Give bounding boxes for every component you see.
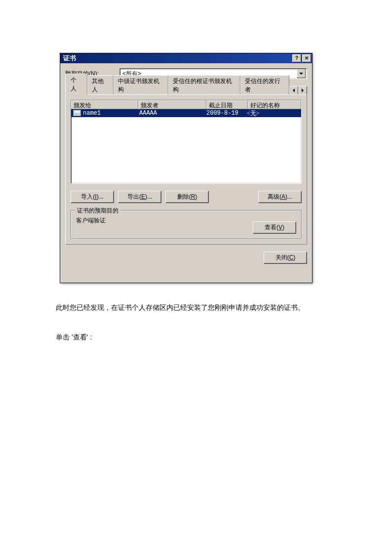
export-button[interactable]: 导出(E)... — [118, 191, 161, 203]
certificates-dialog: 证书 ? ✕ 预期目的(N): <所有> 个人 其他人 中级证书颁发机构 受信任… — [60, 53, 313, 283]
titlebar[interactable]: 证书 ? ✕ — [60, 53, 312, 63]
import-button[interactable]: 导入(I)... — [71, 191, 114, 203]
cell-issued-to: name1 — [71, 110, 137, 117]
list-header: 颁发给 颁发者 截止日期 好记的名称 — [71, 100, 301, 109]
tab-trusted-publishers[interactable]: 受信任的发行者 — [240, 75, 289, 95]
tab-other-people[interactable]: 其他人 — [87, 75, 114, 95]
close-button[interactable]: 关闭(C) — [264, 252, 307, 264]
help-button[interactable]: ? — [292, 54, 301, 62]
groupbox-title: 证书的预期目的 — [75, 207, 120, 215]
col-issued-to[interactable]: 颁发给 — [71, 100, 138, 109]
delete-button[interactable]: 删除(R) — [165, 191, 209, 203]
tab-scroll-right[interactable] — [298, 86, 307, 95]
cell-issued-by: AAAAA — [137, 110, 204, 117]
chevron-down-icon[interactable] — [297, 69, 306, 78]
col-friendly[interactable]: 好记的名称 — [248, 100, 301, 109]
tab-strip: 个人 其他人 中级证书颁发机构 受信任的根证书颁发机构 受信任的发行者 — [65, 84, 307, 95]
certificate-icon — [73, 110, 81, 116]
cell-friendly: <无> — [245, 109, 301, 118]
doc-paragraph-2: 单击 '查看' : — [56, 333, 92, 342]
tab-intermediate-ca[interactable]: 中级证书颁发机构 — [114, 75, 168, 95]
certificate-list[interactable]: 颁发给 颁发者 截止日期 好记的名称 name1 AAAAA 2009-8-19 — [71, 100, 302, 184]
col-expiry[interactable]: 截止日期 — [206, 100, 248, 109]
tab-panel: 颁发给 颁发者 截止日期 好记的名称 name1 AAAAA 2009-8-19 — [65, 94, 307, 245]
tab-personal[interactable]: 个人 — [65, 74, 87, 95]
advanced-button[interactable]: 高级(A)... — [258, 191, 302, 203]
col-issued-by[interactable]: 颁发者 — [138, 100, 206, 109]
doc-paragraph-1: 此时您已经发现，在证书个人存储区内已经安装了您刚刚申请并成功安装的证书。 — [56, 303, 305, 312]
tab-trusted-root-ca[interactable]: 受信任的根证书颁发机构 — [168, 75, 240, 95]
purpose-groupbox: 证书的预期目的 客户端验证 查看(V) — [71, 210, 302, 239]
close-icon[interactable]: ✕ — [302, 54, 311, 62]
view-button[interactable]: 查看(V) — [253, 221, 296, 234]
tab-scroll-left[interactable] — [289, 86, 298, 95]
purpose-text: 客户端验证 — [76, 216, 253, 225]
cell-expiry: 2009-8-19 — [204, 110, 245, 117]
window-title: 证书 — [61, 54, 291, 63]
table-row[interactable]: name1 AAAAA 2009-8-19 <无> — [71, 109, 301, 117]
